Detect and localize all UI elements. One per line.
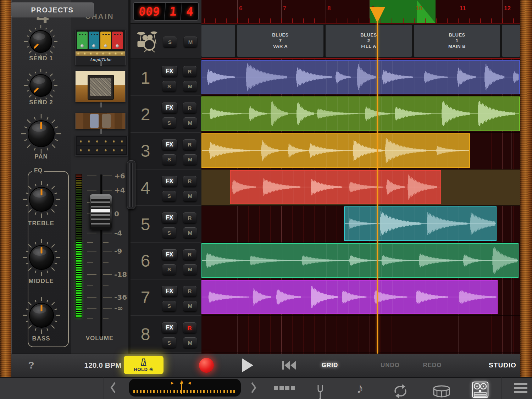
mute-button[interactable]: M [183, 81, 197, 92]
drum-loop-cell[interactable]: BLUES2FILL A [326, 25, 412, 57]
mute-button[interactable]: M [183, 117, 197, 128]
solo-button[interactable]: S [162, 154, 176, 165]
projects-button[interactable]: PROJECTS [11, 2, 94, 17]
track-header-2[interactable]: 2FXRSM [131, 96, 201, 133]
chevron-right-icon[interactable] [250, 381, 257, 395]
rack-effects-thumbnail[interactable] [75, 136, 128, 156]
middle-knob[interactable] [22, 238, 61, 277]
beat-tick [314, 18, 315, 23]
fx-button[interactable]: FX [162, 139, 177, 150]
arrange-timeline[interactable]: 6789101112 BLUES7VAR ABLUES2FILL ABLUES1… [201, 0, 520, 354]
menu-icon[interactable] [510, 377, 531, 399]
mute-button[interactable]: M [183, 301, 197, 311]
loop-label-line: 2 [367, 38, 370, 44]
send1-knob[interactable] [23, 23, 59, 60]
track-header-1[interactable]: 1FXRSM [131, 60, 201, 96]
chevron-left-icon[interactable] [109, 381, 117, 395]
fx-button[interactable]: FX [162, 102, 177, 113]
note-icon[interactable]: ♪ [351, 377, 369, 399]
drum-loop-cell[interactable] [201, 25, 235, 57]
audio-region-track-2[interactable] [201, 96, 520, 131]
drum-icon[interactable] [432, 381, 451, 399]
track-scrollbar-thumb[interactable] [127, 160, 135, 209]
record-arm-button[interactable]: R [183, 102, 196, 113]
play-button[interactable] [242, 358, 253, 372]
record-arm-button[interactable]: R [183, 249, 196, 260]
record-arm-button[interactable]: R [183, 286, 196, 297]
audio-region-track-5[interactable] [344, 206, 497, 241]
track-header-4[interactable]: 4FXRSM [131, 170, 201, 206]
tuning-fork-icon[interactable] [314, 381, 327, 399]
track-header-8[interactable]: 8FXRSM [131, 316, 201, 353]
audio-region-track-3[interactable] [201, 133, 470, 168]
pedalboard-amp-thumbnail[interactable]: AmpliTube [75, 30, 126, 65]
track-header-7[interactable]: 7FXRSM [131, 279, 201, 316]
sections-icon[interactable] [270, 377, 299, 399]
audio-region-track-1[interactable] [201, 60, 520, 94]
metronome-hold-button[interactable]: HOLD ☀ [124, 356, 164, 374]
drum-solo-button[interactable]: S [163, 37, 177, 47]
playhead-marker[interactable] [370, 7, 385, 23]
fx-button[interactable]: FX [162, 249, 177, 260]
timeline-ruler[interactable] [201, 0, 520, 24]
help-button[interactable]: ? [24, 354, 38, 377]
mute-button[interactable]: M [183, 191, 197, 201]
grid-toggle[interactable]: GRID [316, 354, 344, 377]
mute-button[interactable]: M [183, 227, 197, 238]
solo-button[interactable]: S [162, 191, 176, 201]
solo-button[interactable]: S [162, 117, 176, 128]
treble-knob[interactable] [22, 179, 61, 219]
solo-button[interactable]: S [162, 81, 176, 92]
fx-button[interactable]: FX [162, 66, 177, 77]
loop-label-line: BLUES [272, 32, 289, 38]
bpm-display[interactable]: 120.0 BPM [78, 354, 128, 377]
record-arm-button[interactable]: R [183, 322, 196, 333]
send2-knob[interactable] [23, 67, 59, 104]
track-header-3[interactable]: 3FXRSM [131, 133, 201, 170]
beat-tick [237, 18, 238, 23]
pan-knob[interactable] [20, 112, 62, 155]
audio-region-track-6[interactable] [201, 243, 519, 278]
cabinet-thumbnail[interactable] [75, 71, 126, 102]
drum-loop-cell[interactable]: BLUES1MAIN B [414, 25, 500, 57]
mute-button[interactable]: M [183, 337, 197, 348]
record-arm-button[interactable]: R [183, 212, 196, 223]
solo-button[interactable]: S [162, 337, 176, 348]
solo-button[interactable]: S [162, 264, 176, 275]
drum-loop-cell[interactable] [502, 25, 520, 57]
redo-button[interactable]: REDO [418, 354, 447, 377]
record-arm-button[interactable]: R [183, 139, 196, 150]
record-arm-button[interactable]: R [183, 176, 196, 187]
fx-button[interactable]: FX [162, 176, 177, 187]
fx-button[interactable]: FX [162, 322, 177, 333]
drum-mute-button[interactable]: M [184, 37, 197, 47]
undo-button[interactable]: UNDO [376, 354, 404, 377]
fx-button[interactable]: FX [162, 286, 177, 297]
audio-region-track-4[interactable] [230, 170, 441, 204]
tape-recorder-icon[interactable] [471, 379, 489, 399]
slider-tick [143, 390, 145, 393]
bass-knob[interactable] [22, 295, 61, 335]
record-arm-button[interactable]: R [183, 66, 196, 77]
fx-button[interactable]: FX [162, 212, 177, 223]
mute-button[interactable]: M [183, 264, 197, 275]
record-button[interactable] [199, 358, 214, 373]
song-section-slider[interactable]: A ▶ ◀ [129, 379, 241, 397]
loop-icon[interactable] [392, 380, 409, 399]
drum-track-header[interactable]: S M [131, 24, 201, 59]
rewind-button[interactable] [280, 354, 298, 377]
volume-fader-handle[interactable] [90, 194, 112, 230]
track-header-5[interactable]: 5FXRSM [131, 206, 201, 243]
audio-region-track-7[interactable] [201, 280, 498, 314]
beat-tick [436, 18, 437, 23]
solo-button[interactable]: S [162, 301, 176, 311]
drum-loop-cell[interactable]: BLUES7VAR A [237, 25, 323, 57]
wood-rail-left [0, 0, 12, 377]
stomp-pedals-thumbnail[interactable] [75, 113, 126, 129]
beat-tick [215, 18, 216, 23]
track-header-6[interactable]: 6FXRSM [131, 243, 201, 279]
studio-button[interactable]: STUDIO [487, 354, 519, 377]
track-lane-8[interactable] [201, 316, 520, 353]
solo-button[interactable]: S [162, 227, 176, 238]
mute-button[interactable]: M [183, 154, 197, 165]
